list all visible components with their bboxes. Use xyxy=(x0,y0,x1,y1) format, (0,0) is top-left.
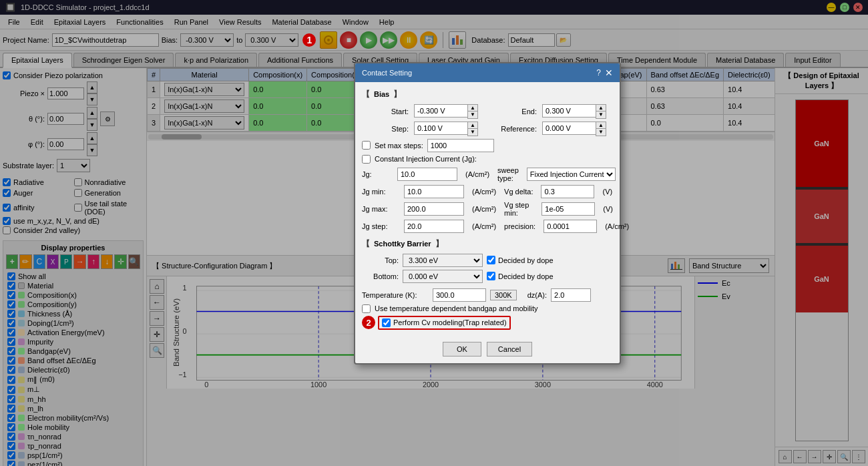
bottom-schottky-label: Bottom: xyxy=(362,272,399,280)
jg-min-label: Jg min: xyxy=(362,188,399,196)
end-input[interactable] xyxy=(542,104,596,118)
schottky-section-title: Schottky Barrier xyxy=(374,240,431,248)
max-steps-input[interactable] xyxy=(427,139,494,152)
temperature-row: Temperature (K): 300K dz(A): xyxy=(362,288,613,302)
bias-bracket-open: 【 xyxy=(362,89,370,100)
jg-row: Jg: (A/cm²) sweep type: Fixed Injection … xyxy=(362,166,613,182)
temp-dependent-row: Use temperature dependent bandgap and mo… xyxy=(362,304,613,313)
top-schottky-row: Top: 3.300 eV Decided by dope xyxy=(362,254,613,267)
temperature-unit: 300K xyxy=(490,290,517,300)
end-label: End: xyxy=(490,107,537,115)
start-row: Start: ▲ ▼ End: ▲ ▼ xyxy=(362,104,613,119)
reference-input[interactable] xyxy=(542,122,596,135)
jg-step-label: Jg step: xyxy=(362,222,399,230)
jg-step-input[interactable] xyxy=(404,220,464,233)
reference-dn-btn[interactable]: ▼ xyxy=(596,129,606,136)
temp-dependent-label: Use temperature dependent bandgap and mo… xyxy=(375,304,538,312)
schottky-bracket-close: 】 xyxy=(435,238,443,250)
top-schottky-select[interactable]: 3.300 eV xyxy=(403,254,483,267)
constant-injection-label: Constant Injection Current (Jg): xyxy=(375,155,477,163)
jg-max-row: Jg max: (A/cm²) Vg step min: (V) xyxy=(362,201,613,217)
step-row: Step: ▲ ▼ Reference: ▲ ▼ xyxy=(362,122,613,136)
ok-button[interactable]: OK xyxy=(443,342,481,357)
temperature-label: Temperature (K): xyxy=(362,291,429,299)
start-up-btn[interactable]: ▲ xyxy=(468,105,477,111)
end-spin-group[interactable]: ▲ ▼ xyxy=(542,104,606,119)
perform-cv-label: Perform Cv modeling(Trap related) xyxy=(393,318,507,326)
start-dn-btn[interactable]: ▼ xyxy=(468,111,477,118)
jg-step-row: Jg step: (A/cm²) precision: (A/cm²) xyxy=(362,220,613,233)
reference-up-btn[interactable]: ▲ xyxy=(596,122,606,129)
vg-delta-input[interactable] xyxy=(541,185,594,198)
jg-max-input[interactable] xyxy=(404,202,464,216)
jg-min-input[interactable] xyxy=(404,185,464,198)
schottky-section: 【 Schottky Barrier 】 Top: 3.300 eV Decid… xyxy=(362,238,613,283)
precision-label: precision: xyxy=(504,222,535,230)
bottom-schottky-row: Bottom: 0.000 eV Decided by dope xyxy=(362,270,613,283)
sweep-type-select[interactable]: Fixed Injection Current xyxy=(527,168,616,181)
contact-setting-modal: Contact Setting ? ✕ 【 Bias 】 Start: xyxy=(354,62,621,365)
annotation-1: 1 xyxy=(302,33,316,47)
modal-close-button[interactable]: ✕ xyxy=(605,67,613,78)
top-decided-label: Decided by dope xyxy=(498,256,554,264)
perform-cv-container: 2 Perform Cv modeling(Trap related) xyxy=(362,316,613,330)
start-label: Start: xyxy=(362,107,409,115)
modal-title-text: Contact Setting xyxy=(362,69,412,77)
step-up-btn[interactable]: ▲ xyxy=(468,122,477,129)
bottom-decided-checkbox[interactable] xyxy=(487,272,495,280)
jg-min-row: Jg min: (A/cm²) Vg delta: (V) xyxy=(362,185,613,198)
perform-cv-row: Perform Cv modeling(Trap related) xyxy=(378,316,511,330)
vg-step-min-input[interactable] xyxy=(541,202,595,216)
constant-injection-row: Constant Injection Current (Jg): xyxy=(362,155,613,164)
jg-max-unit: (A/cm²) xyxy=(472,205,496,213)
step-dn-btn[interactable]: ▼ xyxy=(468,129,477,136)
vg-delta-unit: (V) xyxy=(602,188,612,196)
reference-label: Reference: xyxy=(490,125,537,133)
modal-overlay[interactable]: Contact Setting ? ✕ 【 Bias 】 Start: xyxy=(0,0,868,466)
set-max-steps-row: Set max steps: xyxy=(362,139,613,152)
step-label: Step: xyxy=(362,125,409,133)
bottom-schottky-select[interactable]: 0.000 eV xyxy=(403,270,483,283)
jg-input[interactable] xyxy=(397,168,457,181)
top-decided-checkbox[interactable] xyxy=(487,256,495,264)
temp-dependent-checkbox[interactable] xyxy=(362,304,371,313)
reference-spin-group[interactable]: ▲ ▼ xyxy=(542,122,606,136)
set-max-steps-checkbox[interactable] xyxy=(362,141,371,150)
bottom-decided-label: Decided by dope xyxy=(498,272,554,280)
precision-unit: (A/cm²) xyxy=(605,222,629,230)
vg-step-min-unit: (V) xyxy=(603,205,613,213)
start-spin-arrows[interactable]: ▲ ▼ xyxy=(467,104,478,119)
jg-step-unit: (A/cm²) xyxy=(472,222,496,230)
bias-section: 【 Bias 】 Start: ▲ ▼ End: xyxy=(362,89,613,233)
temperature-input[interactable] xyxy=(433,288,486,302)
schottky-bracket-open: 【 xyxy=(362,238,370,250)
step-spin-group[interactable]: ▲ ▼ xyxy=(414,122,478,136)
bias-bracket-close: 】 xyxy=(393,89,401,100)
step-spin-arrows[interactable]: ▲ ▼ xyxy=(467,122,478,136)
annotation-2: 2 xyxy=(362,316,375,329)
end-spin-arrows[interactable]: ▲ ▼ xyxy=(596,104,606,119)
bias-section-title: Bias xyxy=(374,90,389,98)
modal-footer: OK Cancel xyxy=(355,336,620,363)
step-input[interactable] xyxy=(414,122,467,135)
top-decided-check: Decided by dope xyxy=(487,256,554,264)
modal-title-bar: Contact Setting ? ✕ xyxy=(355,63,620,82)
constant-injection-checkbox[interactable] xyxy=(362,155,371,164)
dz-input[interactable] xyxy=(551,288,591,302)
modal-help-button[interactable]: ? xyxy=(596,67,601,78)
reference-spin-arrows[interactable]: ▲ ▼ xyxy=(596,122,606,136)
jg-min-unit: (A/cm²) xyxy=(472,188,496,196)
top-schottky-label: Top: xyxy=(362,256,399,264)
precision-input[interactable] xyxy=(544,220,597,233)
vg-step-min-label: Vg step min: xyxy=(504,201,533,217)
end-dn-btn[interactable]: ▼ xyxy=(596,111,606,118)
end-up-btn[interactable]: ▲ xyxy=(596,105,606,111)
dz-label: dz(A): xyxy=(527,291,547,299)
cancel-button[interactable]: Cancel xyxy=(487,342,532,357)
start-spin-group[interactable]: ▲ ▼ xyxy=(414,104,478,119)
set-max-steps-label: Set max steps: xyxy=(375,142,423,150)
jg-unit: (A/cm²) xyxy=(465,170,489,178)
modal-body: 【 Bias 】 Start: ▲ ▼ End: xyxy=(355,82,620,336)
perform-cv-checkbox[interactable] xyxy=(382,318,391,327)
start-input[interactable] xyxy=(414,104,467,118)
